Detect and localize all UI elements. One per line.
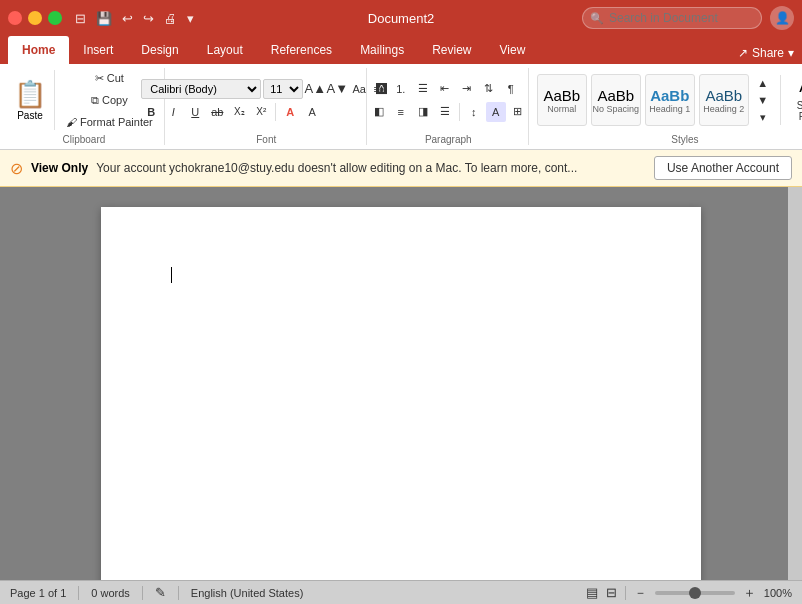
status-bar: Page 1 of 1 0 words ✎ English (United St… xyxy=(0,580,802,604)
document-title: Document2 xyxy=(368,11,434,26)
style-heading2[interactable]: AaBb Heading 2 xyxy=(699,74,749,126)
zoom-slider[interactable] xyxy=(655,591,735,595)
tab-view[interactable]: View xyxy=(486,36,540,64)
numbering-button[interactable]: 1. xyxy=(391,79,411,99)
search-input[interactable] xyxy=(582,7,762,29)
document-page[interactable] xyxy=(101,207,701,580)
highlight-button[interactable]: A xyxy=(302,102,322,122)
paragraph-group: ≡• 1. ☰ ⇤ ⇥ ⇅ ¶ ◧ ≡ ◨ ☰ ↕ A ⊞ Paragraph xyxy=(369,68,529,145)
page-layout-icon[interactable]: ▤ xyxy=(586,585,598,600)
customize-qat-icon[interactable]: ▾ xyxy=(184,10,197,27)
text-cursor xyxy=(171,267,172,283)
font-group: Calibri (Body) 11 A▲ A▼ Aa 🅰 B I U ab X₂… xyxy=(167,68,367,145)
web-layout-icon[interactable]: ⊟ xyxy=(606,585,617,600)
status-right: ▤ ⊟ － ＋ 100% xyxy=(586,584,792,602)
title-bar-right: 🔍 👤 xyxy=(582,6,794,30)
zoom-percent: 100% xyxy=(764,587,792,599)
font-content: Calibri (Body) 11 A▲ A▼ Aa 🅰 B I U ab X₂… xyxy=(141,68,391,132)
decrease-font-button[interactable]: A▼ xyxy=(327,79,347,99)
align-left-button[interactable]: ◧ xyxy=(369,102,389,122)
window-controls xyxy=(8,11,62,25)
notification-icon: ⊘ xyxy=(10,159,23,178)
paragraph-content: ≡• 1. ☰ ⇤ ⇥ ⇅ ¶ ◧ ≡ ◨ ☰ ↕ A ⊞ xyxy=(369,68,528,132)
ribbon-tabs: Home Insert Design Layout References Mai… xyxy=(0,36,802,64)
proofing-icon[interactable]: ✎ xyxy=(155,585,166,600)
close-button[interactable] xyxy=(8,11,22,25)
align-center-button[interactable]: ≡ xyxy=(391,102,411,122)
paste-icon: 📋 xyxy=(14,79,46,110)
styles-divider xyxy=(780,75,781,125)
style-normal[interactable]: AaBb Normal xyxy=(537,74,587,126)
share-button[interactable]: ↗ Share ▾ xyxy=(738,46,794,64)
underline-button[interactable]: U xyxy=(185,102,205,122)
font-row2: B I U ab X₂ X² A A xyxy=(141,102,322,122)
borders-button[interactable]: ⊞ xyxy=(508,102,528,122)
increase-font-button[interactable]: A▲ xyxy=(305,79,325,99)
word-count: 0 words xyxy=(91,587,130,599)
redo-icon[interactable]: ↪ xyxy=(140,10,157,27)
share-chevron: ▾ xyxy=(788,46,794,60)
styles-content: AaBb Normal AaBb No Spacing AaBb Heading… xyxy=(537,68,802,132)
style-heading1[interactable]: AaBb Heading 1 xyxy=(645,74,695,126)
justify-button[interactable]: ☰ xyxy=(435,102,455,122)
styles-more[interactable]: ▾ xyxy=(753,109,773,126)
clipboard-content: 📋 Paste ✂ Cut ⧉ Copy 🖌 Format Painter xyxy=(10,68,158,132)
share-label: Share xyxy=(752,46,784,60)
copy-icon: ⧉ xyxy=(91,94,99,107)
print-icon[interactable]: 🖨 xyxy=(161,10,180,27)
paste-button[interactable]: 📋 Paste xyxy=(10,70,50,130)
notification-text: Your account ychokrane10@stuy.edu doesn'… xyxy=(96,161,646,175)
line-spacing-button[interactable]: ↕ xyxy=(464,102,484,122)
tab-review[interactable]: Review xyxy=(418,36,485,64)
tab-home[interactable]: Home xyxy=(8,36,69,64)
user-account-icon[interactable]: 👤 xyxy=(770,6,794,30)
sidebar-icon[interactable]: ⊟ xyxy=(72,10,89,27)
styles-scroll-up[interactable]: ▲ xyxy=(753,74,773,91)
strikethrough-button[interactable]: ab xyxy=(207,102,227,122)
zoom-in-icon[interactable]: ＋ xyxy=(743,584,756,602)
status-divider3 xyxy=(178,586,179,600)
align-right-button[interactable]: ◨ xyxy=(413,102,433,122)
font-label: Font xyxy=(256,132,276,145)
styles-gallery: AaBb Normal AaBb No Spacing AaBb Heading… xyxy=(537,74,749,126)
multilevel-button[interactable]: ☰ xyxy=(413,79,433,99)
zoom-out-icon[interactable]: － xyxy=(634,584,647,602)
vertical-scrollbar[interactable] xyxy=(788,187,802,580)
styles-pane-button[interactable]: StylesPane xyxy=(792,97,802,125)
font-size-select[interactable]: 11 xyxy=(263,79,303,99)
superscript-button[interactable]: X² xyxy=(251,102,271,122)
font-family-select[interactable]: Calibri (Body) xyxy=(141,79,261,99)
change-case-button[interactable]: Aa xyxy=(349,79,369,99)
styles-scroll-down[interactable]: ▼ xyxy=(753,91,773,108)
italic-button[interactable]: I xyxy=(163,102,183,122)
maximize-button[interactable] xyxy=(48,11,62,25)
style-no-spacing[interactable]: AaBb No Spacing xyxy=(591,74,641,126)
bullets-button[interactable]: ≡• xyxy=(369,79,389,99)
tab-insert[interactable]: Insert xyxy=(69,36,127,64)
font-color-button[interactable]: A xyxy=(280,102,300,122)
tab-mailings[interactable]: Mailings xyxy=(346,36,418,64)
tab-design[interactable]: Design xyxy=(127,36,192,64)
status-divider1 xyxy=(78,586,79,600)
tab-layout[interactable]: Layout xyxy=(193,36,257,64)
use-another-account-button[interactable]: Use Another Account xyxy=(654,156,792,180)
undo-icon[interactable]: ↩ xyxy=(119,10,136,27)
save-icon[interactable]: 💾 xyxy=(93,10,115,27)
shading-button[interactable]: A xyxy=(486,102,506,122)
minimize-button[interactable] xyxy=(28,11,42,25)
notification-bar: ⊘ View Only Your account ychokrane10@stu… xyxy=(0,150,802,187)
subscript-button[interactable]: X₂ xyxy=(229,102,249,122)
page-info: Page 1 of 1 xyxy=(10,587,66,599)
search-wrapper: 🔍 xyxy=(582,7,762,29)
language[interactable]: English (United States) xyxy=(191,587,304,599)
tab-references[interactable]: References xyxy=(257,36,346,64)
paragraph-label: Paragraph xyxy=(425,132,472,145)
show-hide-button[interactable]: ¶ xyxy=(501,79,521,99)
decrease-indent-button[interactable]: ⇤ xyxy=(435,79,455,99)
document-area xyxy=(0,187,802,580)
para-row1: ≡• 1. ☰ ⇤ ⇥ ⇅ ¶ xyxy=(369,79,521,99)
bold-button[interactable]: B xyxy=(141,102,161,122)
styles-label: Styles xyxy=(671,132,698,145)
sort-button[interactable]: ⇅ xyxy=(479,79,499,99)
increase-indent-button[interactable]: ⇥ xyxy=(457,79,477,99)
